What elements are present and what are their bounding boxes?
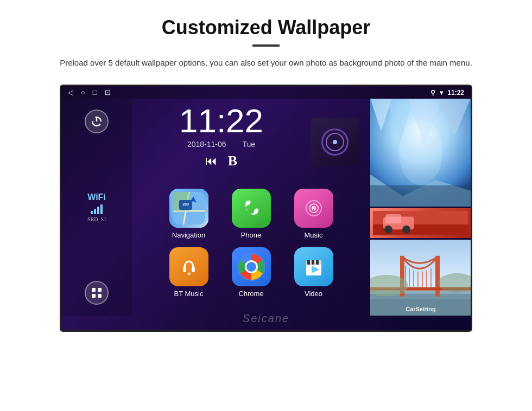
app-phone[interactable]: Phone <box>224 189 278 239</box>
music-icon: ♪ <box>294 189 333 228</box>
clock-date-value: 2018-11-06 <box>187 140 226 149</box>
wifi-bars <box>87 204 106 214</box>
wifi-signal-icon: ▾ <box>440 89 443 97</box>
device-frame: ◁ ○ □ ⊡ ⚲ ▾ 11:22 <box>60 85 472 332</box>
clock-time: 11:22 <box>143 104 300 138</box>
video-label: Video <box>305 290 322 298</box>
svg-point-41 <box>402 226 410 234</box>
wifi-bar-1 <box>91 211 93 214</box>
location-icon: ⚲ <box>430 89 435 97</box>
clock-date: 2018-11-06 Tue <box>143 140 300 149</box>
phone-label: Phone <box>241 231 262 239</box>
bt-music-icon: ✦ <box>169 247 208 286</box>
svg-rect-42 <box>386 214 401 223</box>
status-left: ◁ ○ □ ⊡ <box>68 88 111 97</box>
svg-text:CarSetting: CarSetting <box>406 306 436 312</box>
nav-map-overlay: 280 <box>169 189 208 228</box>
chrome-label: Chrome <box>238 290 263 298</box>
home-icon[interactable]: ○ <box>81 88 85 97</box>
recents-icon[interactable]: □ <box>93 88 97 97</box>
svg-rect-27 <box>316 260 319 265</box>
status-right: ⚲ ▾ 11:22 <box>430 89 464 97</box>
clock-day-value: Tue <box>243 140 256 149</box>
video-icon <box>294 247 333 286</box>
audio-dot <box>333 140 337 144</box>
svg-rect-5 <box>98 294 102 298</box>
page-subtitle: Preload over 5 default wallpaper options… <box>60 56 472 69</box>
svg-rect-2 <box>92 288 96 292</box>
app-video[interactable]: Video <box>287 247 341 298</box>
svg-point-40 <box>384 226 392 234</box>
wifi-bar-3 <box>97 207 99 214</box>
android-screen: ◁ ○ □ ⊡ ⚲ ▾ 11:22 <box>61 86 471 330</box>
music-label: Music <box>305 231 323 239</box>
svg-rect-25 <box>307 260 310 265</box>
media-controls: ⏮ B <box>143 153 300 169</box>
wifi-label: WiFi <box>87 192 106 202</box>
app-chrome[interactable]: Chrome <box>224 247 278 298</box>
svg-rect-18 <box>192 267 195 272</box>
wifi-ssid: SRD_SJ <box>87 216 106 222</box>
all-apps-button[interactable] <box>85 281 109 305</box>
svg-rect-3 <box>98 288 102 292</box>
wifi-info: WiFi SRD_SJ <box>87 192 106 222</box>
svg-point-22 <box>246 262 256 272</box>
svg-rect-17 <box>183 267 186 272</box>
next-track-icon[interactable]: B <box>228 153 237 169</box>
audio-widget <box>311 118 359 166</box>
chrome-icon <box>232 247 271 286</box>
screen-content: WiFi SRD_SJ <box>61 99 471 316</box>
status-time: 11:22 <box>447 89 464 97</box>
page-container: Customized Wallpaper Preload over 5 defa… <box>0 0 532 354</box>
back-icon[interactable]: ◁ <box>68 88 73 97</box>
title-divider <box>252 44 280 47</box>
svg-rect-26 <box>312 260 314 265</box>
svg-text:280: 280 <box>182 202 189 206</box>
status-bar: ◁ ○ □ ⊡ ⚲ ▾ 11:22 <box>61 86 471 99</box>
clock-widget: 11:22 2018-11-06 Tue ⏮ B <box>143 104 300 169</box>
svg-rect-4 <box>92 294 96 298</box>
wallpaper-bridge[interactable]: CarSetting <box>370 240 471 316</box>
phone-icon <box>232 189 271 228</box>
center-content: 11:22 2018-11-06 Tue ⏮ B <box>132 99 370 316</box>
wifi-bar-2 <box>94 209 96 214</box>
page-title: Customized Wallpaper <box>33 16 499 39</box>
right-panel: CarSetting <box>370 99 471 316</box>
wallpaper-car[interactable] <box>370 208 471 238</box>
power-button[interactable] <box>85 110 109 133</box>
app-bt-music[interactable]: ✦ BT Music <box>162 247 216 298</box>
bt-music-label: BT Music <box>174 290 204 298</box>
navigation-icon: 280 <box>169 189 208 228</box>
navigation-label: Navigation <box>172 231 205 239</box>
left-sidebar: WiFi SRD_SJ <box>61 99 132 316</box>
wifi-bar-4 <box>100 204 103 214</box>
app-music[interactable]: ♪ Music <box>287 189 341 239</box>
prev-track-icon[interactable]: ⏮ <box>205 154 217 168</box>
wallpaper-ice-cave[interactable] <box>370 99 471 207</box>
app-grid: 280 Navigation <box>143 189 359 298</box>
screenshot-icon[interactable]: ⊡ <box>105 88 111 97</box>
audio-signal <box>321 129 349 156</box>
svg-text:✦: ✦ <box>187 271 192 277</box>
svg-rect-36 <box>370 185 471 207</box>
svg-text:♪: ♪ <box>312 204 315 212</box>
svg-point-35 <box>399 120 442 185</box>
app-navigation[interactable]: 280 Navigation <box>162 189 216 239</box>
